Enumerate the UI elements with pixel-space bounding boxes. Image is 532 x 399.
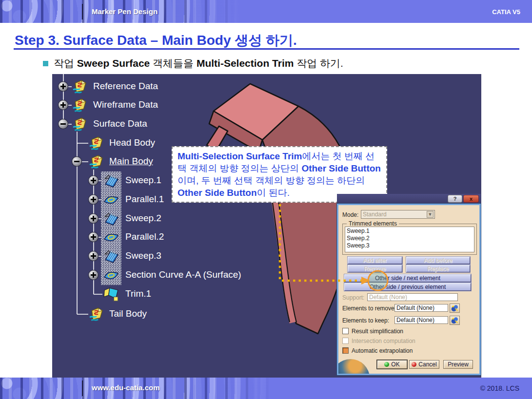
automatic-extrapolation-label: Automatic extrapolation [352,347,413,354]
cancel-label: Cancel [418,361,436,368]
trim-icon[interactable] [103,286,119,303]
multi-select-icon-button[interactable] [450,316,460,325]
remove-button[interactable]: Remove [348,265,402,272]
expand-plus-icon[interactable] [89,214,98,223]
tree-item-head-body[interactable]: Head Body [109,137,155,148]
add-before-button[interactable]: Add before [406,257,470,264]
footer-divider [82,380,83,396]
mode-value: Standard [363,211,387,218]
collapse-minus-icon[interactable] [72,157,81,166]
elements-to-keep-label: Elements to keep: [342,317,389,324]
tree-item-sweep2[interactable]: Sweep.2 [125,213,161,224]
bullet-seg-bold: Sweep Surface [77,57,150,69]
parallel-surface-icon[interactable] [103,191,119,208]
trimmed-elements-group: Trimmed elements Sweep.1 Sweep.2 Sweep.3 [342,224,477,255]
header-title: Marker Pen Design [92,7,158,16]
expand-plus-icon[interactable] [89,232,98,242]
list-item[interactable]: Sweep.3 [347,242,473,249]
title-rule [14,48,519,50]
footer-url[interactable]: www.edu-catia.com [92,383,159,392]
list-item[interactable]: Sweep.1 [347,228,473,235]
other-side-previous-button[interactable]: Other side / previous element [344,283,471,291]
close-icon[interactable]: x [463,195,479,203]
bullet-seg: 작업 [54,57,77,69]
help-icon[interactable]: ? [448,195,462,203]
header-divider [82,4,83,19]
elements-to-keep-field[interactable]: Default (None) [394,316,448,324]
parallel-surface-icon[interactable] [103,229,119,246]
mode-label: Mode: [342,211,358,218]
ok-label: OK [391,361,399,368]
add-after-button[interactable]: Add after [348,257,402,264]
mode-dropdown[interactable]: Standard ▼ [361,210,435,219]
sweep-surface-icon[interactable] [103,248,119,265]
dialog-titlebar[interactable]: ? x [337,194,481,204]
tree-item-sweep3[interactable]: Sweep.3 [125,250,161,261]
trim-dialog: ? x Mode: Standard ▼ Trimmed elements Sw… [337,194,481,375]
expand-plus-icon[interactable] [59,100,68,110]
expand-plus-icon[interactable] [89,195,98,204]
sweep-surface-icon[interactable] [103,172,119,189]
preview-label: Preview [448,361,469,368]
result-simplification-checkbox[interactable] [342,328,349,334]
multi-select-icon [451,304,459,312]
tree-item-reference-data[interactable]: Reference Data [93,81,158,92]
bullet-seg: 작업 하기. [294,57,343,69]
preview-button[interactable]: Preview [443,360,473,369]
bullet-text: 작업 Sweep Surface 객체들을 Multi-Selection Tr… [54,57,343,70]
geometrical-set-icon[interactable] [88,306,105,323]
ok-icon [384,362,389,367]
tree-item-parallel1[interactable]: Parallel.1 [125,194,164,205]
intersection-computation-label: Intersection computation [352,338,415,344]
tree-item-tail-body[interactable]: Tail Body [109,308,147,319]
tree-item-main-body[interactable]: Main Body [109,156,153,167]
bullet-seg-bold: Multi-Selection Trim [197,57,294,69]
bullet-seg: 객체들을 [150,57,197,69]
geometrical-set-icon[interactable] [88,135,105,152]
dialog-body: Mode: Standard ▼ Trimmed elements Sweep.… [337,204,481,375]
geometrical-set-icon[interactable] [72,97,88,114]
replace-button[interactable]: Replace [406,265,470,272]
tree-item-surface-data[interactable]: Surface Data [93,118,147,129]
parallel-surface-icon[interactable] [103,267,119,284]
geometrical-set-icon[interactable] [72,78,88,95]
support-field[interactable]: Default (None) [367,293,458,301]
callout-seg-bold: Other Side Button [177,188,257,198]
tree-item-trim1[interactable]: Trim.1 [125,288,151,299]
sweep-surface-icon[interactable] [103,210,119,227]
callout-seg: 이며, 두 번째 선택 객체의 방향 정의는 하단의 [177,175,365,186]
tree-item-wireframe-data[interactable]: Wireframe Data [93,99,158,110]
expand-plus-icon[interactable] [89,270,98,280]
result-simplification-label: Result simplification [352,328,403,335]
ok-button[interactable]: OK [377,360,407,369]
tree-item-parallel2[interactable]: Parallel.2 [125,231,164,242]
callout-seg-bold: Other Side Button [301,163,381,173]
slide: Marker Pen Design CATIA V5 Step 3. Surfa… [0,0,532,399]
list-item[interactable]: Sweep.2 [347,235,473,242]
cancel-button[interactable]: Cancel [409,360,439,369]
multi-select-button[interactable] [450,304,460,313]
bullet-icon [43,61,48,66]
support-label: Support: [342,294,364,301]
tree-item-sweep1[interactable]: Sweep.1 [125,175,161,186]
elements-to-remove-label: Elements to remove: [342,305,396,312]
other-side-next-button[interactable]: Other side / next element [344,274,471,282]
expand-plus-icon[interactable] [89,176,98,185]
trimmed-elements-list[interactable]: Sweep.1 Sweep.2 Sweep.3 [345,227,474,252]
globe-decoration [337,359,370,375]
page-title: Step 3. Surface Data – Main Body 생성 하기. [15,31,297,50]
intersection-computation-checkbox [342,338,349,344]
callout-seg-bold: Multi-Selection Surface Trim [177,151,302,161]
cancel-icon [412,362,416,367]
geometrical-set-icon[interactable] [72,116,88,133]
expand-plus-icon[interactable] [59,82,68,91]
expand-plus-icon[interactable] [89,251,98,261]
multi-select-icon [451,316,459,324]
automatic-extrapolation-checkbox[interactable] [342,347,349,354]
geometrical-set-icon[interactable] [88,153,105,170]
collapse-minus-icon[interactable] [59,119,68,129]
callout-seg: 이 된다. [257,188,290,198]
elements-to-remove-field[interactable]: Default (None) [394,304,448,312]
chevron-down-icon[interactable]: ▼ [427,211,433,218]
tree-item-section-curve[interactable]: Section Curve A-A (Surface) [125,269,241,280]
